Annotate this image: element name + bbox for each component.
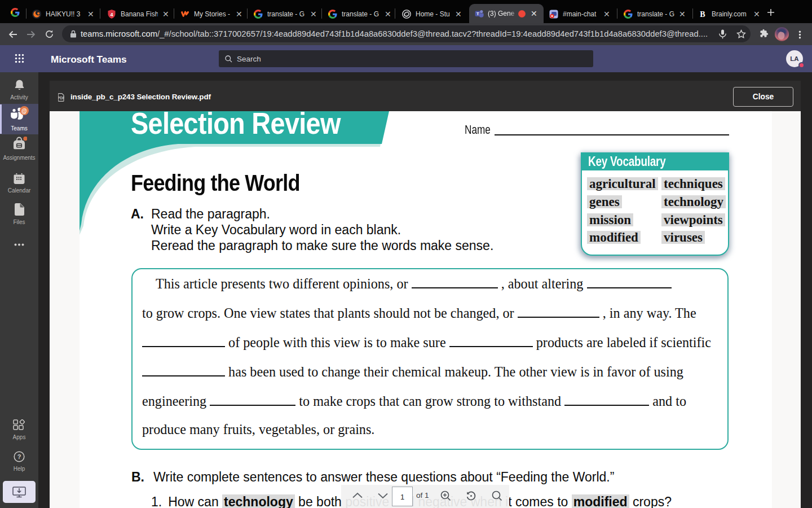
svg-text:@: @: [21, 108, 27, 114]
svg-text:T: T: [476, 11, 479, 16]
svg-text:PDF: PDF: [58, 96, 64, 100]
svg-text:4: 4: [110, 11, 113, 17]
svg-text:B: B: [700, 10, 705, 19]
svg-text:?: ?: [17, 453, 21, 460]
